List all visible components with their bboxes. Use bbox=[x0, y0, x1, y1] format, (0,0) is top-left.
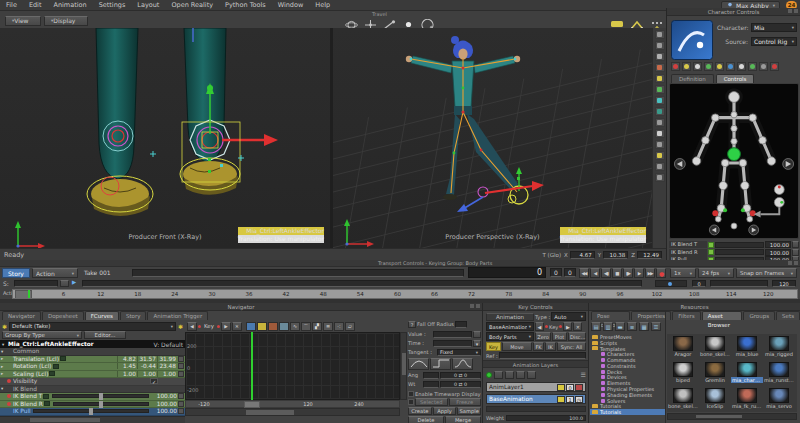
sync-dropdown[interactable]: Sync: All bbox=[557, 342, 586, 351]
selected-node-header[interactable]: ▾ Mia_Ctrl:LeftAnkleEffector V: Default bbox=[0, 340, 185, 348]
animation-section-header[interactable]: Animation bbox=[486, 313, 534, 321]
fcurve-tool-icon[interactable] bbox=[257, 322, 267, 331]
key-dots-icon[interactable] bbox=[650, 16, 664, 28]
display-menu-button[interactable]: ▾Display bbox=[44, 16, 88, 26]
key-time-field[interactable] bbox=[433, 340, 472, 347]
tangent-dropdown[interactable]: Fixed▾ bbox=[437, 349, 481, 356]
timeline-overview-strip[interactable] bbox=[132, 269, 464, 277]
delete-button[interactable]: Delete bbox=[408, 416, 444, 423]
property-slider[interactable] bbox=[52, 394, 149, 398]
navigator-tab[interactable]: Story bbox=[120, 311, 147, 320]
character-tool-icon[interactable] bbox=[693, 62, 702, 71]
selected-button[interactable]: Selected bbox=[415, 398, 448, 406]
current-frame-field[interactable]: 0 bbox=[468, 267, 546, 278]
timewarp-mode-box[interactable] bbox=[408, 399, 414, 405]
graph-vscrollbar[interactable] bbox=[400, 332, 407, 400]
character-tool-icon[interactable] bbox=[759, 62, 768, 71]
asset-item[interactable]: Gremlin bbox=[699, 360, 731, 386]
graph-hscrollbar[interactable] bbox=[185, 408, 400, 416]
discontinuity-button[interactable]: Disc... bbox=[568, 332, 586, 341]
row-options-button[interactable] bbox=[178, 401, 184, 407]
folder-tree-item[interactable]: Tutorials bbox=[590, 409, 665, 415]
transport-button[interactable]: ▮▶ bbox=[623, 268, 633, 278]
view-menu-button[interactable]: ▾View bbox=[5, 16, 41, 26]
zero-button[interactable]: Zero bbox=[535, 332, 551, 341]
key-type-dropdown[interactable]: Auto▾ bbox=[551, 312, 586, 321]
freeze-button[interactable]: Freeze bbox=[449, 398, 482, 406]
value-y[interactable]: 1.00 bbox=[137, 371, 157, 377]
resources-tab[interactable]: Sets bbox=[776, 311, 800, 320]
property-slider[interactable] bbox=[33, 409, 149, 413]
rotate-icon[interactable] bbox=[420, 16, 435, 28]
row-options-button[interactable] bbox=[178, 356, 184, 362]
merge-layer-button[interactable] bbox=[516, 371, 525, 379]
favorite-icon[interactable]: ✱ bbox=[2, 323, 7, 330]
axis-value-field[interactable]: 4.67 bbox=[570, 251, 595, 259]
character-tool-icon[interactable] bbox=[715, 62, 724, 71]
sample-button[interactable]: Sample bbox=[457, 407, 481, 415]
layer-weight-slider[interactable]: 100.0 bbox=[506, 415, 586, 421]
transport-button[interactable]: ◀▮ bbox=[601, 268, 611, 278]
ik-slider-track[interactable] bbox=[715, 242, 764, 248]
range-start-field[interactable]: 0 bbox=[692, 280, 706, 287]
viewport-perspective[interactable]: Producer Perspective (X-Ray) Mia_Ctrl:Le… bbox=[333, 28, 652, 248]
story-mode-button[interactable]: Story bbox=[2, 268, 30, 278]
menu-item[interactable]: Window bbox=[272, 0, 310, 11]
ik-slider-value[interactable]: 100.00 bbox=[765, 249, 791, 256]
resources-tab[interactable]: Pose Controls bbox=[591, 311, 630, 320]
view-mode-icon[interactable]: ≡ bbox=[627, 322, 637, 331]
character-select[interactable]: Mia▾ bbox=[751, 23, 797, 32]
asset-item[interactable]: mia_blue bbox=[731, 334, 763, 360]
property-row[interactable]: IK Pull 100.00 bbox=[0, 408, 185, 416]
angle-field[interactable] bbox=[423, 372, 439, 379]
keyable-box[interactable] bbox=[708, 249, 714, 255]
fk-button[interactable]: FK bbox=[533, 342, 544, 351]
axis-value-field[interactable]: 12.49 bbox=[637, 251, 662, 259]
navigator-tab[interactable]: Dopesheet bbox=[42, 311, 84, 320]
property-slider[interactable] bbox=[53, 402, 149, 406]
value-x[interactable]: 4.82 bbox=[117, 356, 137, 362]
tangent-spline-icon[interactable] bbox=[452, 358, 473, 370]
keyable-box[interactable] bbox=[708, 242, 714, 248]
time-options-button[interactable]: ▾ bbox=[473, 340, 481, 347]
range-end-field[interactable]: 120 bbox=[772, 280, 796, 287]
asset-item[interactable]: bone_skelet... bbox=[699, 334, 731, 360]
character-controls-tab[interactable]: Definition bbox=[671, 74, 714, 83]
asset-item[interactable]: bone_skeleton bbox=[667, 386, 699, 412]
viewport-tool-icon[interactable] bbox=[655, 30, 665, 39]
keyframe-zone-icon[interactable] bbox=[610, 16, 624, 28]
next-key-button[interactable]: ▶ bbox=[221, 322, 231, 331]
transport-button[interactable]: ◀◀ bbox=[579, 268, 589, 278]
row-options-button[interactable] bbox=[178, 363, 184, 369]
ik-button[interactable]: IK bbox=[545, 342, 556, 351]
viewport-tool-icon[interactable] bbox=[655, 107, 665, 116]
prev-key-button[interactable]: ◀ bbox=[187, 322, 197, 331]
value-x[interactable]: 1.00 bbox=[117, 371, 137, 377]
set-key-button[interactable]: Key bbox=[486, 342, 501, 351]
layer-tool-button[interactable] bbox=[527, 371, 536, 379]
graph-playhead[interactable] bbox=[251, 332, 253, 408]
fall-off-field[interactable] bbox=[455, 321, 467, 328]
action-mode-dropdown[interactable]: Action▾ bbox=[32, 268, 78, 278]
ik-slider-options-button[interactable] bbox=[792, 249, 799, 256]
character-tool-icon[interactable] bbox=[726, 62, 735, 71]
keyable-box[interactable] bbox=[60, 356, 66, 361]
tangent-step-icon[interactable] bbox=[430, 358, 451, 370]
navigator-tab[interactable]: FCurves bbox=[85, 311, 119, 320]
tree-divider[interactable] bbox=[665, 311, 666, 423]
transport-button[interactable]: ■ bbox=[612, 268, 622, 278]
menu-item[interactable]: Animation bbox=[47, 0, 92, 11]
viewport-tool-icon[interactable] bbox=[655, 85, 665, 94]
ik-slider-track[interactable] bbox=[715, 249, 764, 255]
value-y[interactable]: 31.57 bbox=[137, 356, 157, 362]
keyable-box[interactable] bbox=[49, 371, 55, 376]
fps-dropdown[interactable]: 24 fps▾ bbox=[698, 268, 734, 278]
orbit-icon[interactable] bbox=[344, 16, 359, 28]
asset-item[interactable]: IceSlip bbox=[699, 386, 731, 412]
ik-slider-value[interactable]: 100.00 bbox=[765, 241, 791, 248]
asset-grid-scrollbar[interactable] bbox=[667, 413, 797, 420]
value-reset-button[interactable] bbox=[473, 331, 481, 338]
help-button[interactable]: ? bbox=[408, 321, 416, 328]
keying-mode-icon[interactable] bbox=[630, 16, 644, 28]
menu-item[interactable]: Open Reality bbox=[165, 0, 219, 11]
